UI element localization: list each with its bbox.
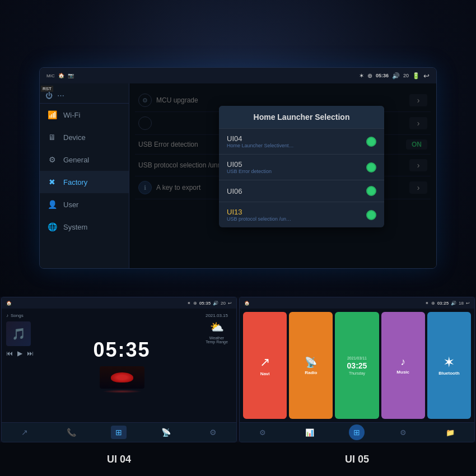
ui04-bt-icon: ✶ <box>187 301 191 306</box>
play-icon[interactable]: ▶ <box>17 349 22 357</box>
home-launcher-modal: Home Launcher Selection UI04 Home Launch… <box>219 106 384 227</box>
ui05-status-bar: 🏠 ✶ ⊕ 03:25 🔊 18 ↩ <box>240 297 474 309</box>
modal-ui04-content: UI04 Home Launcher Selectivent se... <box>227 134 294 148</box>
sidebar-factory-label: Factory <box>63 178 87 186</box>
music-icon: ♪ <box>400 356 405 368</box>
modal-row-ui13[interactable]: UI13 USB protocol selection /unm... <box>219 202 384 227</box>
ui04-car-display <box>100 366 144 389</box>
car-image <box>111 372 133 382</box>
ui04-wifi-icon: ⊕ <box>193 301 197 306</box>
sidebar-item-wifi[interactable]: 📶 Wi-Fi <box>40 104 129 126</box>
sidebar-item-factory[interactable]: ✖ Factory <box>40 171 129 193</box>
ui05-back-icon[interactable]: ↩ <box>466 301 470 306</box>
ui05-navbar: ⚙ 📊 ⊞ ⚙ 📁 <box>240 422 474 442</box>
modal-row-ui05[interactable]: UI05 USB Error detection <box>219 155 384 180</box>
sidebar-system-label: System <box>63 223 87 231</box>
sidebar-item-system[interactable]: 🌐 System <box>40 216 129 238</box>
modal-row-ui04[interactable]: UI04 Home Launcher Selectivent se... <box>219 129 384 155</box>
ui04-music-info: ♪ Songs <box>6 313 42 318</box>
ui05-bt-icon: ✶ <box>425 301 429 306</box>
status-bar-left: MIC 🏠 📷 <box>46 73 74 78</box>
bottom-screens: 🏠 ✶ ⊕ 05:35 🔊 20 ↩ ♪ Songs <box>0 297 476 442</box>
camera-icon: 📷 <box>68 73 74 78</box>
ui05-app-grid: ↗ Navi 📡 Radio 2021/03/11 03:25 Thursday <box>243 312 471 419</box>
ui04-screen: 🏠 ✶ ⊕ 05:35 🔊 20 ↩ ♪ Songs <box>1 297 237 442</box>
ui04-nav-radio[interactable]: 📡 <box>157 426 175 439</box>
battery-level: 20 <box>403 73 409 78</box>
ui04-label: UI 04 <box>0 442 238 476</box>
ui05-nav-home-circle[interactable]: ⊞ <box>349 424 365 440</box>
ui05-time: 03:25 <box>437 301 449 306</box>
tile-time: 03:25 <box>347 362 367 370</box>
rst-label: RST <box>41 86 53 92</box>
app-tile-bluetooth[interactable]: ✶ Bluetooth <box>427 312 471 419</box>
wifi-toggle-icon[interactable]: ⋯ <box>57 91 64 100</box>
sidebar-item-user[interactable]: 👤 User <box>40 193 129 216</box>
sidebar-user-label: User <box>63 200 78 209</box>
power-icon[interactable]: ⏻ <box>45 91 53 100</box>
volume-icon: 🔊 <box>392 72 400 80</box>
ui04-nav-home[interactable]: ⊞ <box>111 426 127 439</box>
system-icon: 🌐 <box>46 221 58 232</box>
sidebar-item-general[interactable]: ⚙ General <box>40 148 129 171</box>
ui04-nav-map[interactable]: ↗ <box>17 426 32 439</box>
sidebar: RST ⏻ ⋯ 📶 Wi-Fi 🖥 Device ⚙ General ✖ Fac… <box>40 83 129 268</box>
ui04-center-panel: 05:35 <box>46 309 197 422</box>
modal-ui06-toggle[interactable] <box>366 186 376 196</box>
sidebar-general-label: General <box>63 156 89 164</box>
wifi-icon: 📶 <box>46 109 58 120</box>
ui04-music-controls[interactable]: ⏮ ▶ ⏭ <box>6 349 42 357</box>
modal-row-ui06[interactable]: UI06 <box>219 180 384 202</box>
ui05-batt: 18 <box>459 301 464 306</box>
modal-ui04-subtext: Home Launcher Selectivent se... <box>227 143 294 148</box>
ui04-nav-phone[interactable]: 📞 <box>62 426 81 439</box>
main-screen: MIC 🏠 📷 ✶ ⊕ 05:36 🔊 20 🔋 ↩ RST ⏻ ⋯ 📶 Wi-… <box>39 67 437 269</box>
ui04-back-icon[interactable]: ↩ <box>228 301 232 306</box>
ui04-status-bar: 🏠 ✶ ⊕ 05:35 🔊 20 ↩ <box>2 297 236 309</box>
ui04-status-right: ✶ ⊕ 05:35 🔊 20 ↩ <box>187 301 232 306</box>
factory-icon: ✖ <box>46 176 58 188</box>
prev-icon[interactable]: ⏮ <box>6 349 13 357</box>
back-icon[interactable]: ↩ <box>423 72 430 80</box>
app-tile-music[interactable]: ♪ Music <box>381 312 425 419</box>
ui05-nav-settings2[interactable]: ⚙ <box>395 426 411 439</box>
ui05-status-left: 🏠 <box>244 301 250 306</box>
main-status-bar: MIC 🏠 📷 ✶ ⊕ 05:36 🔊 20 🔋 ↩ <box>40 68 436 83</box>
ui04-album-art: 🎵 <box>6 321 31 346</box>
modal-ui06-content: UI06 <box>227 187 242 195</box>
app-tile-radio[interactable]: 📡 Radio <box>289 312 333 419</box>
next-icon[interactable]: ⏭ <box>27 349 34 357</box>
modal-ui05-subtext: USB Error detection <box>227 169 272 174</box>
sidebar-item-device[interactable]: 🖥 Device <box>40 126 129 148</box>
general-icon: ⚙ <box>46 154 58 165</box>
ui04-vol-icon: 🔊 <box>213 301 218 306</box>
bottom-labels: UI 04 UI 05 <box>0 442 476 476</box>
modal-ui13-subtext: USB protocol selection /unm... <box>227 216 294 222</box>
ui04-big-time: 05:35 <box>93 338 150 362</box>
music-label: Music <box>396 370 409 375</box>
app-tile-navi[interactable]: ↗ Navi <box>243 312 287 419</box>
ui04-weather-panel: 2021.03.15 ⛅ Weather Temp Range <box>197 309 236 422</box>
modal-ui05-content: UI05 USB Error detection <box>227 160 272 174</box>
modal-ui06-label: UI06 <box>227 187 242 195</box>
ui05-nav-chart[interactable]: 📊 <box>301 426 319 439</box>
app-tile-time[interactable]: 2021/03/11 03:25 Thursday <box>335 312 379 419</box>
radio-icon: 📡 <box>305 356 317 368</box>
music-note-icon: ♪ <box>6 313 8 318</box>
ui04-nav-settings[interactable]: ⚙ <box>205 426 221 439</box>
modal-ui13-toggle[interactable] <box>366 210 376 220</box>
car-glow <box>102 390 142 393</box>
ui04-home-icon: 🏠 <box>6 301 12 306</box>
ui04-navbar: ↗ 📞 ⊞ 📡 ⚙ <box>2 422 236 442</box>
bt-app-icon: ✶ <box>444 356 454 369</box>
home-icon: 🏠 <box>58 73 64 78</box>
navi-icon: ↗ <box>260 355 270 370</box>
status-time: 05:36 <box>376 73 389 78</box>
modal-ui05-toggle[interactable] <box>366 162 376 172</box>
bottom-section: 🏠 ✶ ⊕ 05:35 🔊 20 ↩ ♪ Songs <box>0 297 476 476</box>
modal-ui13-label: UI13 <box>227 208 294 216</box>
ui05-nav-files[interactable]: 📁 <box>441 426 459 439</box>
modal-ui04-toggle[interactable] <box>366 137 376 147</box>
ui05-nav-settings1[interactable]: ⚙ <box>255 426 270 439</box>
wifi-icon: ⊕ <box>367 72 372 80</box>
